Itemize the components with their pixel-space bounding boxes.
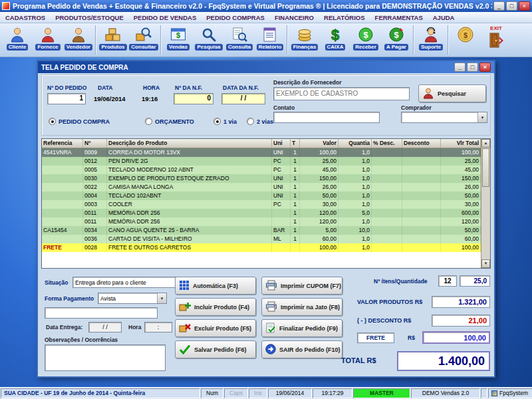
table-row[interactable]: 0030EXEMPLO DE PRODUTO ESTOQUE ZERADOUNI… — [42, 174, 490, 183]
header-cell[interactable]: T — [291, 139, 300, 148]
toolbar-button-relatorio[interactable]: Relatório — [255, 25, 285, 56]
title-bar[interactable]: Programa Pedido de Vendas + Estoque & Fi… — [0, 0, 532, 12]
child-minimize-button[interactable]: _ — [454, 63, 466, 72]
toolbar-button-suporte[interactable]: Suporte — [416, 25, 446, 56]
menu-relatorios[interactable]: RELATÓRIOS — [324, 14, 365, 21]
table-row[interactable]: 0011MEMÓRIA DDR 2561120,001,0120,00 — [42, 217, 490, 226]
header-cell[interactable]: Valor — [300, 139, 338, 148]
child-window-title: TELA PEDIDO DE COMPRA — [41, 64, 128, 71]
excluir-produto-button[interactable]: Excluir Produto (F5) — [175, 319, 256, 337]
table-row[interactable]: CA154540034CANO AGUA QUENTE 25 - BARRABA… — [42, 226, 490, 235]
menu-cadastros[interactable]: CADASTROS — [5, 14, 45, 21]
forma-pagamento-select[interactable]: Avista ▼ — [98, 293, 167, 304]
radio-orcamento[interactable]: ORÇAMENTO — [145, 118, 194, 125]
toolbar-label: Relatório — [257, 44, 284, 51]
toolbar-button-a-pagar[interactable]: $ A Pagar — [381, 25, 412, 56]
header-cell[interactable]: Nº — [83, 139, 107, 148]
table-row[interactable]: 0012PEN DRIVE 2GPC125,001,025,00 — [42, 157, 490, 166]
header-cell[interactable]: Desconto — [402, 139, 441, 148]
header-cell[interactable]: Uni — [272, 139, 291, 148]
radio-1-via[interactable]: 1 via — [213, 118, 237, 125]
table-row-frete[interactable]: FRETE0028FRETE E OUTROS CARRETOS100,001,… — [42, 243, 490, 252]
header-cell[interactable]: Vlr Total — [441, 139, 481, 148]
toolbar-button-caixa[interactable]: $ CAIXA — [320, 25, 350, 56]
imprimir-cupom-button[interactable]: Imprimir CUPOM (F7) — [261, 277, 342, 295]
cell — [372, 166, 402, 174]
desconto-label: ( - ) DESCONTO R$ — [357, 317, 411, 324]
finalizar-pedido-button[interactable]: Finalizar Pedido (F9) — [261, 319, 342, 337]
add-box-icon — [179, 301, 191, 313]
table-row[interactable]: 0004TECLADO 102ABNTUNI150,001,050,00 — [42, 192, 490, 200]
data-entrega-input[interactable]: / / — [88, 322, 122, 332]
toolbar-button-receber[interactable]: $ Receber — [350, 25, 381, 56]
menu-pedido-compras[interactable]: PEDIDO COMPRAS — [206, 14, 265, 21]
pesquisar-button[interactable]: Pesquisar — [418, 84, 486, 102]
child-title-bar[interactable]: TELA PEDIDO DE COMPRA _ □ × — [38, 61, 494, 73]
nf-input[interactable]: 0 — [174, 93, 213, 104]
toolbar-button-vendas[interactable]: $ Vendas — [163, 25, 194, 56]
menu-pedido-vendas[interactable]: PEDIDO DE VENDAS — [134, 14, 197, 21]
close-button[interactable]: × — [519, 1, 530, 11]
scrollbar-thumb[interactable] — [482, 148, 489, 187]
header-cell[interactable]: Referencia — [42, 139, 83, 148]
toolbar-label: Vendedor — [65, 44, 92, 51]
pagamento-extra-input[interactable] — [45, 307, 158, 319]
table-scrollbar[interactable]: ▲ ▼ — [481, 139, 490, 268]
table-row[interactable]: 0036CARTAO DE VISITA - MILHEIROML160,001… — [42, 235, 490, 243]
imprimir-jato-button[interactable]: Imprimir na Jato (F8) — [261, 298, 342, 316]
header-cell[interactable]: Descrição do Produto — [107, 139, 272, 148]
data-nf-input[interactable]: / / — [221, 93, 265, 104]
toolbar-button-produtos[interactable]: Produtos — [98, 25, 128, 56]
toolbar-button-pesquisa[interactable]: Pesquisa — [194, 25, 224, 56]
status-version: DEMO Vendas 2.0 — [411, 388, 480, 398]
observacoes-textarea[interactable] — [45, 344, 166, 371]
status-location: SUA CIDADE - UF 19 de Junho de 2014 - Qu… — [1, 388, 200, 398]
toolbar-button-financas[interactable]: Finanças — [289, 25, 320, 56]
status-caps: Caps — [224, 388, 248, 398]
cell: 150,00 — [441, 174, 481, 183]
toolbar-button-vendedor[interactable]: Vendedor — [63, 25, 94, 56]
scroll-down-icon[interactable]: ▼ — [481, 259, 490, 268]
salvar-pedido-button[interactable]: Salvar Pedido (F6) — [175, 340, 256, 358]
situacao-select[interactable]: Entrega direto para o cliente ▼ — [72, 277, 187, 288]
pedido-input[interactable]: 1 — [47, 93, 86, 104]
scroll-up-icon[interactable]: ▲ — [481, 139, 490, 148]
header-cell[interactable]: % Desc. — [372, 139, 402, 148]
mdi-client-area: TELA PEDIDO DE COMPRA _ □ × Nº DO PEDIDO… — [0, 57, 532, 387]
maximize-button[interactable]: □ — [506, 1, 517, 11]
menu-produtos-estoque[interactable]: PRODUTOS/ESTOQUE — [55, 14, 124, 21]
menu-ajuda[interactable]: AJUDA — [433, 14, 455, 21]
fornecedor-input[interactable]: EXEMPLO DE CADASTRO — [273, 87, 410, 100]
table-row[interactable]: 0022CAMISA MANGA LONGAUNI126,001,026,00 — [42, 183, 490, 192]
toolbar-button-moeda[interactable]: $ — [450, 25, 481, 56]
table-row[interactable]: 0005TECLADO MODERNO 102 ABNTPC145,001,04… — [42, 166, 490, 174]
toolbar-button-consultar[interactable]: Consultar — [128, 25, 159, 56]
automatica-button[interactable]: Automática (F3) — [175, 277, 256, 295]
toolbar-button-exit[interactable]: EXIT — [481, 25, 511, 56]
app-icon — [2, 2, 10, 10]
toolbar-label: Cliente — [7, 44, 29, 51]
toolbar-button-fornecedor[interactable]: Fornece — [33, 25, 63, 56]
cell: 600,00 — [441, 209, 481, 217]
cell: 1,0 — [338, 174, 372, 183]
header-cell[interactable]: Quantia — [338, 139, 372, 148]
radio-2-vias[interactable]: 2 vias — [247, 118, 273, 125]
comprador-select[interactable]: ▼ — [401, 112, 487, 123]
toolbar-button-consulta[interactable]: Consulta — [224, 25, 255, 56]
table-row[interactable]: 0011MEMÓRIA DDR 2561120,005,0600,00 — [42, 209, 490, 217]
radio-pedido-compra[interactable]: PEDIDO COMPRA — [49, 118, 110, 125]
itens-value: 12 — [438, 275, 457, 287]
contato-input[interactable] — [273, 112, 380, 123]
hora-entrega-input[interactable]: : — [144, 322, 172, 332]
menu-financeiro[interactable]: FINANCEIRO — [275, 14, 314, 21]
table-row[interactable]: 0003COOLERPC130,001,030,00 — [42, 200, 490, 209]
toolbar-button-cliente[interactable]: Cliente — [2, 25, 33, 56]
sair-pedido-button[interactable]: SAIR do Pedido (F10) — [261, 340, 342, 358]
table-row[interactable]: 4541VNRA0009CORREA DO MOTOR 13VXUNI1100,… — [42, 148, 490, 157]
minimize-button[interactable]: _ — [493, 1, 505, 11]
cell: 0005 — [83, 166, 107, 174]
menu-ferramentas[interactable]: FERRAMENTAS — [375, 14, 423, 21]
incluir-produto-button[interactable]: Incluir Produto (F4) — [175, 298, 256, 316]
child-close-button[interactable]: × — [479, 63, 491, 72]
child-maximize-button[interactable]: □ — [467, 63, 478, 72]
